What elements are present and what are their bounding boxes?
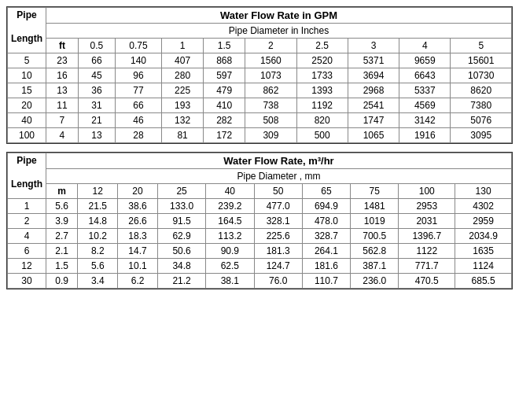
flow-value: 1124 — [455, 259, 512, 274]
flow-value: 77 — [115, 83, 161, 98]
length-value: 15 — [8, 83, 46, 98]
t1-col-7: 4 — [399, 39, 451, 53]
flow-value: 4 — [46, 128, 79, 143]
flow-value: 820 — [296, 113, 348, 128]
t1-col-8: 5 — [451, 39, 512, 53]
t1-col-unit: ft — [46, 39, 79, 53]
flow-value: 66 — [78, 53, 115, 68]
flow-value: 132 — [162, 113, 204, 128]
flow-value: 738 — [245, 98, 296, 113]
table-row: 151336772254798621393296853378620 — [8, 83, 512, 98]
flow-value: 31 — [78, 98, 115, 113]
flow-value: 1122 — [399, 244, 455, 259]
t2-col-7: 100 — [399, 184, 455, 199]
flow-value: 2031 — [399, 214, 455, 229]
flow-value: 2968 — [348, 83, 399, 98]
flow-value: 133.0 — [157, 199, 205, 214]
gpm-table: Pipe Length Water Flow Rate in GPM Pipe … — [6, 6, 513, 144]
flow-value: 2953 — [399, 199, 455, 214]
flow-value: 181.6 — [302, 259, 350, 274]
flow-value: 1481 — [351, 199, 399, 214]
flow-value: 10730 — [451, 68, 512, 83]
flow-value: 700.5 — [351, 229, 399, 244]
flow-value: 1635 — [455, 244, 512, 259]
flow-value: 172 — [204, 128, 245, 143]
flow-value: 10.1 — [118, 259, 158, 274]
flow-value: 470.5 — [399, 274, 455, 289]
t2-col-5: 65 — [302, 184, 350, 199]
table-row: 201131661934107381192254145697380 — [8, 98, 512, 113]
t1-col-4: 2 — [245, 39, 296, 53]
flow-value: 1065 — [348, 128, 399, 143]
flow-value: 407 — [162, 53, 204, 68]
table-row: 15.621.538.6133.0239.2477.0694.914812953… — [8, 199, 512, 214]
m3hr-table: Pipe Length Water Flow Rate, m³/hr Pipe … — [6, 152, 513, 289]
flow-value: 26.6 — [118, 214, 158, 229]
flow-value: 387.1 — [351, 259, 399, 274]
length-value: 12 — [8, 259, 46, 274]
length-label-1: Length — [11, 33, 42, 44]
flow-value: 90.9 — [206, 244, 254, 259]
flow-value: 3095 — [451, 128, 512, 143]
length-value: 20 — [8, 98, 46, 113]
t1-col-5: 2.5 — [296, 39, 348, 53]
flow-value: 309 — [245, 128, 296, 143]
flow-value: 76.0 — [254, 274, 302, 289]
flow-value: 38.1 — [206, 274, 254, 289]
t2-col-8: 130 — [455, 184, 512, 199]
flow-value: 81 — [162, 128, 204, 143]
t1-col-3: 1.5 — [204, 39, 245, 53]
flow-value: 3.4 — [78, 274, 118, 289]
table1-title: Water Flow Rate in GPM — [46, 8, 512, 24]
flow-value: 38.6 — [118, 199, 158, 214]
t1-col-1: 0.75 — [115, 39, 161, 53]
length-value: 1 — [8, 199, 46, 214]
flow-value: 1192 — [296, 98, 348, 113]
flow-value: 5.6 — [78, 259, 118, 274]
t1-col-0: 0.5 — [78, 39, 115, 53]
table-row: 23.914.826.691.5164.5328.1478.0101920312… — [8, 214, 512, 229]
flow-value: 1747 — [348, 113, 399, 128]
flow-value: 110.7 — [302, 274, 350, 289]
length-value: 30 — [8, 274, 46, 289]
flow-value: 2.7 — [46, 229, 78, 244]
flow-value: 5.6 — [46, 199, 78, 214]
flow-value: 124.7 — [254, 259, 302, 274]
flow-value: 1916 — [399, 128, 451, 143]
flow-value: 140 — [115, 53, 161, 68]
t2-col-unit: m — [46, 184, 78, 199]
flow-value: 2959 — [455, 214, 512, 229]
flow-value: 771.7 — [399, 259, 455, 274]
flow-value: 10.2 — [78, 229, 118, 244]
flow-value: 2034.9 — [455, 229, 512, 244]
length-value: 6 — [8, 244, 46, 259]
flow-value: 328.7 — [302, 229, 350, 244]
flow-value: 3142 — [399, 113, 451, 128]
flow-value: 13 — [46, 83, 79, 98]
flow-value: 1560 — [245, 53, 296, 68]
flow-value: 264.1 — [302, 244, 350, 259]
flow-value: 21.5 — [78, 199, 118, 214]
table-row: 1004132881172309500106519163095 — [8, 128, 512, 143]
flow-value: 236.0 — [351, 274, 399, 289]
flow-value: 45 — [78, 68, 115, 83]
flow-value: 282 — [204, 113, 245, 128]
table1-subtitle: Pipe Diameter in Inches — [46, 24, 512, 39]
flow-value: 9659 — [399, 53, 451, 68]
table-row: 4072146132282508820174731425076 — [8, 113, 512, 128]
flow-value: 5337 — [399, 83, 451, 98]
flow-value: 2520 — [296, 53, 348, 68]
flow-value: 15601 — [451, 53, 512, 68]
t2-col-2: 25 — [157, 184, 205, 199]
flow-value: 1396.7 — [399, 229, 455, 244]
flow-value: 66 — [115, 98, 161, 113]
t2-col-6: 75 — [351, 184, 399, 199]
flow-value: 21.2 — [157, 274, 205, 289]
flow-value: 1073 — [245, 68, 296, 83]
flow-value: 46 — [115, 113, 161, 128]
flow-value: 1.5 — [46, 259, 78, 274]
flow-value: 21 — [78, 113, 115, 128]
t1-col-2: 1 — [162, 39, 204, 53]
flow-value: 868 — [204, 53, 245, 68]
t2-col-0: 12 — [78, 184, 118, 199]
